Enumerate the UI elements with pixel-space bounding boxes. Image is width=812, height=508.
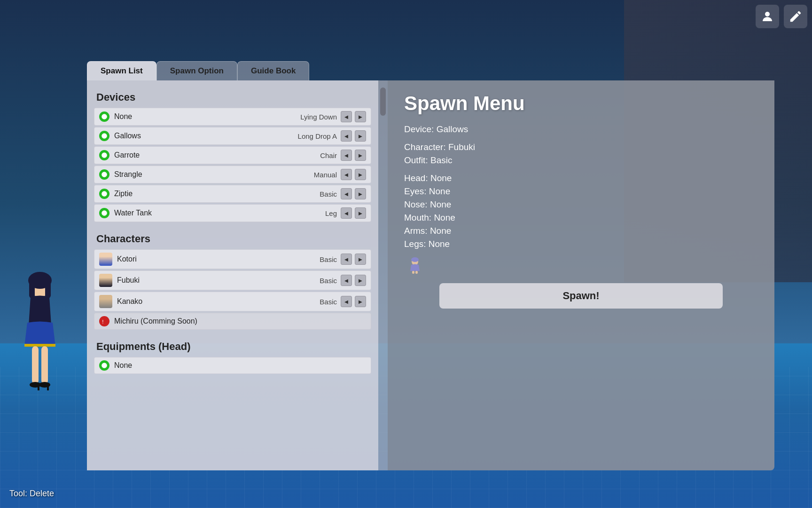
spawn-eyes-label: Eyes: xyxy=(404,186,427,196)
device-item-ziptie[interactable]: Ziptie Basic ◄ ► xyxy=(94,185,371,203)
spawn-head-value: None xyxy=(430,173,452,183)
character-arrow-right-kanako[interactable]: ► xyxy=(355,296,366,307)
character-item-kotori[interactable]: Kotori Basic ◄ ► xyxy=(94,249,371,269)
svg-point-15 xyxy=(102,172,107,177)
character-name-kotori: Kotori xyxy=(117,255,320,263)
device-arrow-right-watertank[interactable]: ► xyxy=(355,207,366,219)
device-item-gallows[interactable]: Gallows Long Drop A ◄ ► xyxy=(94,127,371,145)
device-name-none: None xyxy=(114,112,300,121)
device-arrow-left-strangle[interactable]: ◄ xyxy=(341,169,352,180)
svg-point-21 xyxy=(411,257,419,262)
spawn-list-panel: Devices None Lying Down ◄ ► Gallows Long… xyxy=(87,80,378,470)
svg-rect-9 xyxy=(38,385,39,390)
character-arrow-left-fubuki[interactable]: ◄ xyxy=(341,275,352,286)
status-icon-watertank xyxy=(99,208,109,218)
device-arrow-left-gallows[interactable]: ◄ xyxy=(341,130,352,142)
character-arrows-kanako: ◄ ► xyxy=(341,296,366,307)
device-arrows-gallows: ◄ ► xyxy=(341,130,366,142)
status-icon-michiru: ! xyxy=(99,316,109,326)
spawn-mouth-label: Mouth: xyxy=(404,213,431,222)
device-name-ziptie: Ziptie xyxy=(114,190,320,198)
spawn-eyes-row: Eyes: None xyxy=(404,186,758,197)
spawn-head-row: Head: None xyxy=(404,173,758,183)
device-item-garrote[interactable]: Garrote Chair ◄ ► xyxy=(94,146,371,164)
character-item-kanako[interactable]: Kanako Basic ◄ ► xyxy=(94,292,371,311)
device-value-gallows: Long Drop A xyxy=(298,132,337,140)
equipments-head-section-header: Equipments (Head) xyxy=(92,337,374,356)
svg-rect-10 xyxy=(47,385,49,390)
scroll-thumb[interactable] xyxy=(380,87,386,116)
spawn-eyes-value: None xyxy=(429,186,450,196)
device-item-watertank[interactable]: Water Tank Leg ◄ ► xyxy=(94,204,371,222)
character-item-michiru: ! Michiru (Comming Soon) xyxy=(94,313,371,330)
profile-button[interactable] xyxy=(756,5,779,28)
spawn-menu-title: Spawn Menu xyxy=(404,92,758,115)
svg-point-11 xyxy=(765,12,770,16)
avatar-kotori xyxy=(99,253,112,266)
status-icon-ziptie xyxy=(99,189,109,199)
svg-point-16 xyxy=(102,191,107,197)
device-value-watertank: Leg xyxy=(325,209,337,217)
edit-button[interactable] xyxy=(784,5,807,28)
spawn-outfit-label: Outfit: xyxy=(404,155,428,165)
svg-point-14 xyxy=(102,152,107,158)
character-name-fubuki: Fubuki xyxy=(117,276,320,285)
device-name-garrote: Garrote xyxy=(114,151,320,159)
tab-bar: Spawn List Spawn Option Guide Book xyxy=(87,61,774,80)
device-arrow-right-strangle[interactable]: ► xyxy=(355,169,366,180)
svg-text:!: ! xyxy=(102,318,103,325)
device-arrow-left-garrote[interactable]: ◄ xyxy=(341,150,352,161)
spawn-device-value: Gallows xyxy=(437,124,468,134)
spawn-nose-label: Nose: xyxy=(404,199,428,209)
equipment-head-none[interactable]: None xyxy=(94,357,371,374)
device-arrow-right-none[interactable]: ► xyxy=(355,111,366,122)
status-icon-garrote xyxy=(99,150,109,160)
spawn-legs-label: Legs: xyxy=(404,239,426,249)
character-arrow-left-kanako[interactable]: ◄ xyxy=(341,296,352,307)
tab-guide-book[interactable]: Guide Book xyxy=(237,61,309,80)
tab-spawn-list[interactable]: Spawn List xyxy=(87,61,156,80)
spawn-button[interactable]: Spawn! xyxy=(439,283,722,309)
spawn-legs-value: None xyxy=(429,239,450,249)
character-arrow-right-fubuki[interactable]: ► xyxy=(355,275,366,286)
character-arrow-right-kotori[interactable]: ► xyxy=(355,254,366,265)
spawn-device-row: Device: Gallows xyxy=(404,124,758,135)
main-panel: Spawn List Spawn Option Guide Book Devic… xyxy=(87,61,774,470)
device-arrows-none: ◄ ► xyxy=(341,111,366,122)
spawn-character-value: Fubuki xyxy=(448,142,475,152)
spawn-legs-row: Legs: None xyxy=(404,239,758,249)
tab-spawn-option[interactable]: Spawn Option xyxy=(156,61,237,80)
character-item-fubuki[interactable]: Fubuki Basic ◄ ► xyxy=(94,270,371,290)
character-arrow-left-kotori[interactable]: ◄ xyxy=(341,254,352,265)
device-arrows-garrote: ◄ ► xyxy=(341,150,366,161)
spawn-nose-row: Nose: None xyxy=(404,199,758,210)
device-arrow-right-ziptie[interactable]: ► xyxy=(355,188,366,199)
status-icon-equip-head-none xyxy=(99,360,109,371)
device-arrow-right-garrote[interactable]: ► xyxy=(355,150,366,161)
divider-2 xyxy=(92,331,374,337)
mini-character-icon xyxy=(406,257,423,274)
device-item-none[interactable]: None Lying Down ◄ ► xyxy=(94,108,371,126)
avatar-fubuki xyxy=(99,274,112,287)
device-arrow-left-none[interactable]: ◄ xyxy=(341,111,352,122)
device-name-watertank: Water Tank xyxy=(114,209,325,217)
character-value-kotori: Basic xyxy=(320,255,337,263)
device-arrows-strangle: ◄ ► xyxy=(341,169,366,180)
spawn-outfit-row: Outfit: Basic xyxy=(404,155,758,166)
svg-rect-23 xyxy=(415,271,418,274)
tool-label: Tool: Delete xyxy=(9,489,54,499)
device-arrow-left-ziptie[interactable]: ◄ xyxy=(341,188,352,199)
device-arrows-watertank: ◄ ► xyxy=(341,207,366,219)
device-arrow-right-gallows[interactable]: ► xyxy=(355,130,366,142)
status-icon-strangle xyxy=(99,169,109,180)
scrollbar[interactable] xyxy=(378,80,388,470)
character-value-fubuki: Basic xyxy=(320,277,337,285)
device-arrow-left-watertank[interactable]: ◄ xyxy=(341,207,352,219)
svg-rect-22 xyxy=(412,271,414,274)
device-item-strangle[interactable]: Strangle Manual ◄ ► xyxy=(94,166,371,183)
svg-rect-4 xyxy=(24,344,55,347)
status-icon-gallows xyxy=(99,131,109,141)
character-arrows-fubuki: ◄ ► xyxy=(341,275,366,286)
spawn-mouth-value: None xyxy=(434,213,455,222)
spawn-character-label: Character: xyxy=(404,142,446,152)
